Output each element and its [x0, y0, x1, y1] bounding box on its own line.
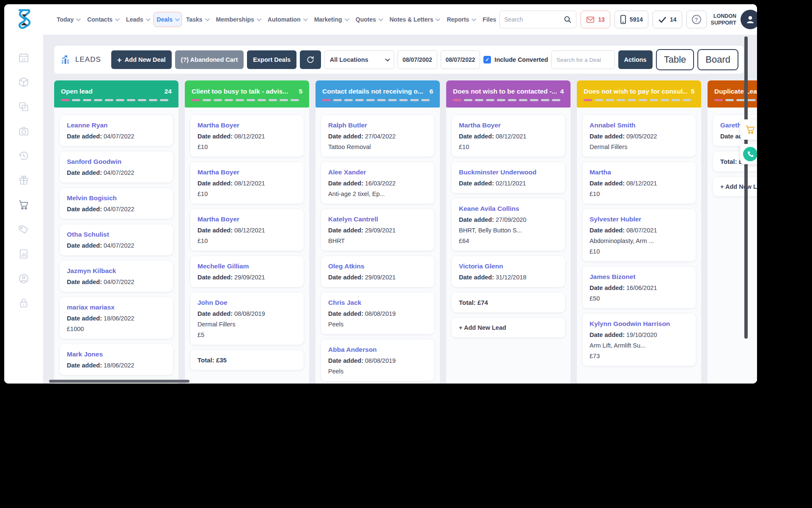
nav-item-notes-letters[interactable]: Notes & Letters	[386, 12, 442, 27]
deal-name-link[interactable]: Martha Boyer	[198, 168, 296, 176]
deal-card[interactable]: Mark JonesDate added: 18/06/2022	[60, 344, 173, 375]
account-icon[interactable]	[18, 273, 29, 284]
deal-card[interactable]: Jazmyn KilbackDate added: 04/07/2022	[60, 261, 173, 292]
deal-name-link[interactable]: Buckminster Underwood	[459, 168, 558, 176]
deal-name-link[interactable]: Leanne Ryan	[67, 121, 166, 129]
deal-name-link[interactable]: Otha Schulist	[67, 231, 166, 238]
deal-name-link[interactable]: Melvin Bogisich	[67, 194, 166, 202]
location-select[interactable]: All Locations	[324, 50, 394, 69]
phone-badge[interactable]: 5914	[614, 11, 648, 28]
nav-item-marketing[interactable]: Marketing	[311, 12, 351, 27]
refresh-button[interactable]	[300, 50, 321, 69]
deal-card[interactable]: Victoria GlennDate added: 31/12/2018	[452, 256, 565, 287]
deal-card[interactable]: James BizonetDate added: 16/06/2021£50	[582, 267, 696, 308]
nav-item-leads[interactable]: Leads	[123, 12, 152, 27]
tasks-badge[interactable]: 14	[653, 11, 682, 28]
lock-icon[interactable]	[18, 297, 29, 309]
deal-card[interactable]: Martha BoyerDate added: 08/12/2021£10	[452, 115, 565, 157]
nav-item-memberships[interactable]: Memberships	[213, 12, 263, 27]
gift-icon[interactable]	[18, 174, 29, 186]
deal-card[interactable]: Abba AndersonDate added: 08/08/2019Peels	[321, 340, 434, 381]
deal-card[interactable]: Keane Avila CollinsDate added: 27/09/202…	[452, 199, 565, 251]
date-to-input[interactable]: 08/07/2022	[441, 50, 480, 69]
deal-card[interactable]: Kylynn Goodwin HarrisonDate added: 19/10…	[582, 314, 696, 366]
nav-item-automation[interactable]: Automation	[264, 12, 310, 27]
deal-name-link[interactable]: Mechelle Gilliam	[198, 262, 296, 270]
actions-button[interactable]: Actions	[618, 50, 653, 69]
export-deals-button[interactable]: Export Deals	[247, 50, 296, 69]
cart-fab[interactable]	[740, 119, 757, 140]
deal-card[interactable]: Buckminster UnderwoodDate added: 02/11/2…	[452, 162, 565, 193]
deal-name-link[interactable]: Katelyn Cantrell	[328, 215, 427, 223]
deal-name-link[interactable]: Annabel Smith	[590, 121, 689, 129]
abandoned-cart-button[interactable]: (?) Abandoned Cart	[175, 50, 244, 69]
deal-name-link[interactable]: Ralph Butler	[328, 121, 427, 129]
tag-icon[interactable]	[18, 224, 29, 235]
deal-name-link[interactable]: Oleg Atkins	[328, 262, 427, 270]
deal-card[interactable]: Melvin BogisichDate added: 04/07/2022	[60, 188, 173, 219]
table-view-button[interactable]: Table	[656, 49, 694, 70]
deal-card[interactable]: Martha BoyerDate added: 08/12/2021£10	[190, 115, 304, 157]
deal-card[interactable]: Oleg AtkinsDate added: 29/09/2021	[321, 256, 434, 287]
camera-icon[interactable]	[18, 125, 29, 137]
deal-name-link[interactable]: Abba Anderson	[328, 346, 427, 353]
deal-name-link[interactable]: Martha	[590, 168, 689, 176]
deal-card[interactable]: Martha BoyerDate added: 08/12/2021£10	[190, 162, 304, 204]
avatar[interactable]	[741, 10, 757, 29]
deal-card[interactable]: MarthaDate added: 08/12/2021£10	[582, 162, 696, 204]
deal-name-link[interactable]: Mark Jones	[67, 351, 166, 358]
deal-name-link[interactable]: John Doe	[198, 299, 296, 306]
deal-name-link[interactable]: Martha Boyer	[198, 215, 296, 223]
board-view-button[interactable]: Board	[697, 49, 738, 70]
deal-name-link[interactable]: Martha Boyer	[198, 121, 296, 129]
deal-name-link[interactable]: Keane Avila Collins	[459, 205, 558, 213]
deal-card[interactable]: Annabel SmithDate added: 09/05/2022Derma…	[582, 115, 696, 157]
deal-card[interactable]: Martha BoyerDate added: 08/12/2021£10	[190, 209, 304, 251]
deal-card[interactable]: Ralph ButlerDate added: 27/04/2022Tattoo…	[321, 115, 434, 157]
deal-name-link[interactable]: James Bizonet	[590, 273, 689, 281]
history-icon[interactable]	[18, 150, 29, 161]
package-icon[interactable]	[18, 76, 29, 88]
help-badge[interactable]	[686, 11, 707, 28]
deal-name-link[interactable]: mariax mariasx	[67, 304, 166, 311]
mail-badge[interactable]: 13	[581, 11, 610, 28]
add-new-lead-button[interactable]: + Add New Lead	[452, 318, 565, 337]
cart-icon[interactable]	[18, 199, 29, 210]
nav-item-reports[interactable]: Reports	[443, 12, 478, 27]
deal-name-link[interactable]: Chris Jack	[328, 299, 427, 306]
deal-card[interactable]: Mechelle GilliamDate added: 29/09/2021	[190, 256, 304, 287]
deal-card[interactable]: John DoeDate added: 08/08/2019Dermal Fil…	[190, 293, 304, 345]
vertical-scrollbar[interactable]	[744, 36, 748, 339]
deal-name-link[interactable]: Martha Boyer	[459, 121, 558, 129]
nav-item-contacts[interactable]: Contacts	[84, 12, 122, 27]
deal-name-link[interactable]: Kylynn Goodwin Harrison	[590, 320, 689, 328]
date-from-input[interactable]: 08/07/2002	[398, 50, 437, 69]
deal-card[interactable]: Alee XanderDate added: 16/03/2022Anti-ag…	[321, 162, 434, 204]
deal-name-link[interactable]: Sylvester Hubler	[590, 215, 689, 223]
deal-card[interactable]: Sanford GoodwinDate added: 04/07/2022	[60, 152, 173, 182]
add-new-lead-button[interactable]: + Add New Lead	[713, 177, 757, 196]
deal-card[interactable]: Katelyn CantrellDate added: 29/09/2021BH…	[321, 209, 434, 251]
search-icon[interactable]	[563, 15, 572, 24]
deal-name-link[interactable]: Alee Xander	[328, 168, 427, 176]
deal-search-input[interactable]	[557, 57, 610, 63]
nav-item-today[interactable]: Today	[53, 12, 83, 27]
include-converted-checkbox[interactable]	[483, 56, 491, 64]
deal-name-link[interactable]: Sanford Goodwin	[67, 158, 166, 166]
deal-name-link[interactable]: Victoria Glenn	[459, 262, 558, 270]
search-input[interactable]	[504, 16, 563, 23]
deal-card[interactable]: Otha SchulistDate added: 04/07/2022	[60, 224, 173, 255]
add-new-deal-button[interactable]: Add New Deal	[111, 50, 172, 69]
nav-item-tasks[interactable]: Tasks	[183, 12, 212, 27]
deal-card[interactable]: Leanne RyanDate added: 04/07/2022	[60, 115, 173, 146]
deal-card[interactable]: Chris JackDate added: 08/08/2019Peels	[321, 293, 434, 334]
calendar-icon[interactable]: 12	[18, 52, 29, 63]
nav-item-deals[interactable]: Deals	[154, 12, 182, 27]
app-logo-icon[interactable]	[14, 8, 35, 30]
report-icon[interactable]	[18, 248, 29, 260]
copy-icon[interactable]	[18, 101, 29, 112]
nav-item-files[interactable]: Files	[479, 12, 499, 27]
deal-card[interactable]: Sylvester HublerDate added: 08/07/2021Ab…	[582, 209, 696, 261]
nav-item-quotes[interactable]: Quotes	[352, 12, 385, 27]
horizontal-scrollbar[interactable]	[49, 380, 189, 383]
